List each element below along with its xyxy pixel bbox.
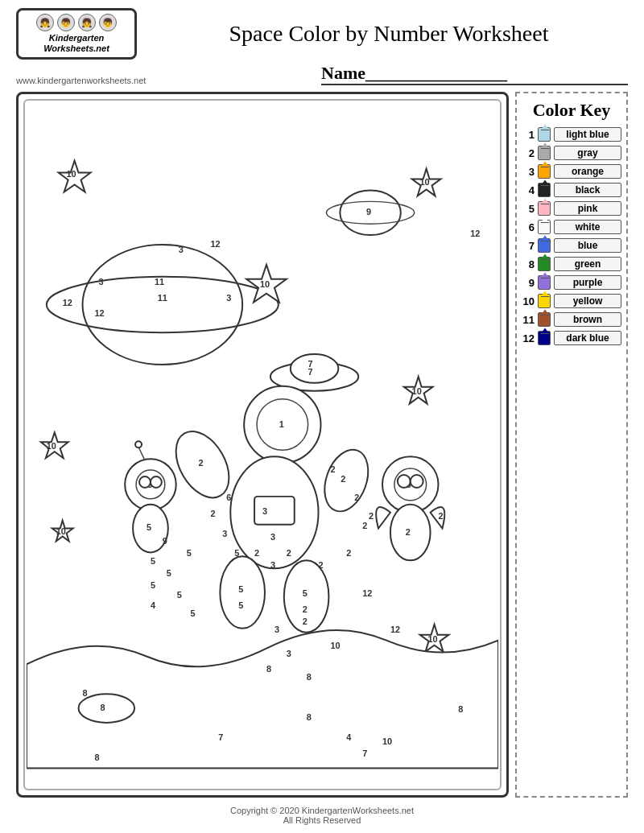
svg-text:10: 10 <box>56 526 66 536</box>
color-key-title: Color Key <box>522 100 621 121</box>
svg-text:2: 2 <box>354 493 359 502</box>
color-key-label: white <box>554 220 621 234</box>
color-key-crayon <box>538 275 551 290</box>
svg-text:3: 3 <box>179 245 184 254</box>
color-key-label: dark blue <box>554 331 621 345</box>
color-key-item: 10yellow <box>522 294 621 308</box>
svg-line-55 <box>138 447 145 461</box>
svg-text:7: 7 <box>218 732 223 742</box>
kid-icon-4: 👦 <box>99 14 117 31</box>
svg-text:3: 3 <box>287 649 291 658</box>
svg-text:12: 12 <box>210 239 220 249</box>
color-key-crayon <box>538 164 551 179</box>
color-key-item: 12dark blue <box>522 331 621 345</box>
svg-point-58 <box>151 476 162 488</box>
color-key-crayon <box>538 127 551 142</box>
svg-rect-48 <box>254 497 295 525</box>
svg-text:12: 12 <box>94 309 104 319</box>
color-key-number: 6 <box>522 221 535 233</box>
color-key-crayon <box>538 331 551 345</box>
kid-icon-3: 👧 <box>78 14 96 31</box>
worksheet-inner: .scene-text { font-family: Arial, sans-s… <box>19 94 506 795</box>
color-key-item: 2gray <box>522 146 621 160</box>
svg-text:4: 4 <box>346 732 351 742</box>
color-key-crayon <box>538 238 551 253</box>
svg-text:8: 8 <box>307 673 312 682</box>
svg-text:5: 5 <box>234 549 239 559</box>
svg-point-56 <box>135 442 142 448</box>
svg-text:6: 6 <box>226 493 231 502</box>
color-key-crayon <box>538 312 551 327</box>
svg-text:10: 10 <box>260 279 270 289</box>
svg-text:2: 2 <box>439 511 444 521</box>
color-key-label: brown <box>554 312 621 327</box>
color-key-panel: Color Key 1light blue2gray3orange4black5… <box>515 92 628 798</box>
svg-text:12: 12 <box>390 625 400 634</box>
kid-icon-1: 👧 <box>36 14 54 31</box>
color-key-number: 7 <box>522 240 535 252</box>
color-key-item: 4black <box>522 183 621 197</box>
svg-text:10: 10 <box>427 634 437 644</box>
color-key-label: orange <box>554 164 621 179</box>
color-key-crayon <box>538 220 551 234</box>
svg-text:10: 10 <box>67 169 76 179</box>
svg-text:5: 5 <box>187 549 192 559</box>
svg-point-57 <box>139 476 151 488</box>
color-key-item: 6white <box>522 220 621 234</box>
svg-text:2: 2 <box>303 604 308 614</box>
svg-text:8: 8 <box>94 753 99 762</box>
svg-text:10: 10 <box>412 386 422 396</box>
svg-text:3: 3 <box>275 625 279 634</box>
website-url: www.kindergartenworksheets.net <box>16 76 146 85</box>
svg-point-66 <box>398 475 411 488</box>
svg-text:5: 5 <box>238 584 243 594</box>
svg-text:2: 2 <box>210 509 215 518</box>
svg-text:10: 10 <box>47 442 56 452</box>
svg-text:5: 5 <box>177 590 182 600</box>
color-key-number: 9 <box>522 277 535 289</box>
svg-text:5: 5 <box>191 608 196 618</box>
rights-text: All Rights Reserved <box>8 815 636 825</box>
svg-text:2: 2 <box>287 549 291 559</box>
svg-text:2: 2 <box>330 464 335 474</box>
color-key-item: 11brown <box>522 312 621 327</box>
svg-text:2: 2 <box>362 521 367 530</box>
color-key-number: 4 <box>522 184 535 196</box>
svg-text:10: 10 <box>420 177 430 187</box>
color-key-crayon <box>538 201 551 216</box>
svg-text:3: 3 <box>98 277 103 287</box>
page-header: 👧 👦 👧 👦 Kindergarten Worksheets.net Spac… <box>0 0 644 63</box>
svg-text:10: 10 <box>330 641 340 650</box>
color-key-label: gray <box>554 146 621 160</box>
color-key-item: 3orange <box>522 164 621 179</box>
svg-text:12: 12 <box>362 588 372 598</box>
svg-text:5: 5 <box>151 557 155 567</box>
svg-text:8: 8 <box>307 712 312 722</box>
svg-text:2: 2 <box>369 511 374 521</box>
svg-text:7: 7 <box>308 359 313 369</box>
svg-text:5: 5 <box>151 580 155 590</box>
svg-text:12: 12 <box>63 299 72 308</box>
svg-text:7: 7 <box>362 748 367 758</box>
svg-text:10: 10 <box>382 736 392 746</box>
name-line: Name________________ <box>321 63 628 85</box>
color-key-number: 8 <box>522 258 535 270</box>
svg-text:1: 1 <box>279 420 284 430</box>
color-key-number: 11 <box>522 314 535 326</box>
svg-text:8: 8 <box>100 703 105 712</box>
svg-text:3: 3 <box>226 293 231 303</box>
svg-text:5: 5 <box>303 588 308 598</box>
svg-text:8: 8 <box>458 704 463 714</box>
svg-text:3: 3 <box>270 561 275 571</box>
svg-point-17 <box>291 354 339 383</box>
svg-text:11: 11 <box>158 293 167 303</box>
space-scene-svg: .scene-text { font-family: Arial, sans-s… <box>27 102 498 787</box>
color-key-label: purple <box>554 275 621 290</box>
color-key-number: 3 <box>522 166 535 178</box>
svg-text:8: 8 <box>83 689 88 699</box>
color-key-crayon <box>538 294 551 308</box>
page-title: Space Color by Number Worksheet <box>150 21 628 47</box>
svg-text:2: 2 <box>303 617 308 626</box>
svg-text:3: 3 <box>262 506 267 516</box>
svg-text:8: 8 <box>266 665 271 674</box>
